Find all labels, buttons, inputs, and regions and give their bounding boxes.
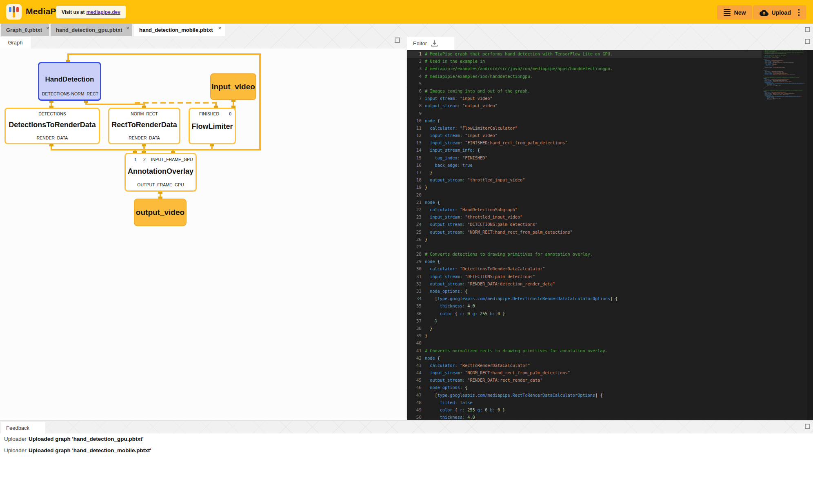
node-title: FlowLimiter — [190, 122, 235, 131]
code-lines[interactable]: 1# MediaPipe graph that performs hand de… — [407, 51, 762, 420]
node-output-video[interactable]: output_video — [134, 199, 187, 226]
feedback-log: Uploader Uploaded graph 'hand_detection_… — [0, 433, 813, 504]
cloud-upload-icon — [760, 9, 769, 16]
download-icon[interactable] — [431, 40, 438, 47]
feedback-message-row: Uploader Uploaded graph 'hand_detection_… — [0, 436, 813, 445]
node-port: 2 — [143, 157, 146, 162]
feedback-source: Uploader — [4, 447, 27, 453]
node-annotation-overlay[interactable]: 1 2 INPUT_FRAME_GPU AnnotationOverlay OU… — [124, 153, 197, 192]
tab-label: hand_detection_mobile.pbtxt — [139, 27, 213, 33]
node-port: RENDER_DATA — [109, 135, 179, 140]
graph-edge — [67, 53, 261, 55]
maximize-feedback-panel-icon[interactable] — [805, 424, 810, 429]
feedback-text: Uploaded graph 'hand_detection_mobile.pb… — [29, 447, 151, 453]
node-port: NORM_RECT — [71, 91, 98, 96]
node-title: input_video — [211, 82, 255, 91]
node-title: DetectionsToRenderData — [6, 121, 99, 129]
upload-button-label: Upload — [772, 9, 791, 16]
graph-edge — [85, 104, 145, 105]
feedback-message-row: Uploader Uploaded graph 'hand_detection_… — [0, 447, 813, 456]
graph-back-edge-dashed — [135, 102, 215, 104]
graph-edge — [259, 53, 261, 150]
node-port: NORM_RECT — [109, 111, 179, 116]
node-port: DETECTIONS — [42, 91, 70, 96]
node-port: INPUT_FRAME_GPU — [151, 157, 193, 162]
close-icon[interactable]: ✕ — [126, 26, 130, 31]
node-port: 1 — [134, 157, 137, 162]
tab-label: Graph_0.pbtxt — [6, 27, 42, 33]
editor-scrollbar[interactable] — [807, 50, 813, 420]
node-title: output_video — [136, 208, 184, 217]
node-port: OUTPUT_FRAME_GPU — [126, 182, 195, 187]
maximize-tabs-row-icon[interactable] — [805, 27, 810, 32]
code-editor[interactable]: 1# MediaPipe graph that performs hand de… — [407, 50, 813, 420]
maximize-editor-panel-icon[interactable] — [805, 39, 810, 44]
node-title: RectToRenderData — [109, 121, 179, 129]
mediapipe-dev-link[interactable]: mediapipe.dev — [86, 9, 120, 15]
feedback-text: Uploaded graph 'hand_detection_gpu.pbtxt… — [29, 436, 144, 442]
tab-hand-detection-gpu-pbtxt[interactable]: hand_detection_gpu.pbtxt ✕ — [51, 24, 132, 36]
node-rect-to-render-data[interactable]: NORM_RECT RectToRenderData RENDER_DATA — [108, 108, 180, 144]
editor-tab-label: Editor — [413, 40, 427, 46]
minimap[interactable]: # MediaPipe graph that performs hand det… — [762, 50, 807, 420]
mediapipe-logo-icon — [6, 4, 22, 20]
tab-label: hand_detection_gpu.pbtxt — [56, 27, 122, 33]
tab-graph-0-pbtxt[interactable]: Graph_0.pbtxt ✕ — [1, 24, 49, 36]
maximize-graph-panel-icon[interactable] — [395, 38, 400, 43]
visit-label: Visit us at — [62, 9, 84, 15]
node-port: 0 — [229, 111, 231, 116]
close-icon[interactable]: ✕ — [46, 26, 49, 31]
new-button[interactable]: New — [717, 5, 752, 20]
node-port: FINISHED — [199, 111, 219, 116]
node-port: RENDER_DATA — [6, 135, 99, 140]
new-list-icon — [724, 8, 731, 17]
node-flow-limiter[interactable]: FINISHED 0 FlowLimiter — [189, 108, 236, 144]
node-title: HandDetection — [39, 75, 100, 84]
node-hand-detection[interactable]: HandDetection DETECTIONS NORM_RECT — [38, 62, 101, 101]
minimap-content: # MediaPipe graph that performs hand det… — [764, 51, 807, 101]
node-detections-to-render-data[interactable]: DETECTIONS DetectionsToRenderData RENDER… — [4, 108, 100, 144]
app-header: MediaPipe Visit us at mediapipe.dev New … — [0, 0, 813, 24]
node-title: AnnotationOverlay — [126, 167, 195, 176]
node-input-video[interactable]: input_video — [210, 73, 256, 100]
feedback-tab-label: Feedback — [6, 425, 29, 431]
graph-panel-tab[interactable]: Graph — [0, 37, 31, 49]
editor-panel-tab[interactable]: Editor — [407, 37, 454, 50]
visit-us-chip: Visit us at mediapipe.dev — [56, 6, 126, 18]
graph-canvas[interactable]: HandDetection DETECTIONS NORM_RECT input… — [0, 49, 406, 420]
feedback-bar — [0, 420, 813, 433]
feedback-source: Uploader — [4, 436, 27, 442]
close-icon[interactable]: ✕ — [218, 26, 222, 31]
more-options-icon[interactable] — [798, 9, 800, 16]
tab-hand-detection-mobile-pbtxt[interactable]: hand_detection_mobile.pbtxt ✕ — [134, 24, 225, 36]
node-port: DETECTIONS — [6, 111, 99, 116]
graph-tab-label: Graph — [8, 40, 22, 46]
feedback-panel-tab[interactable]: Feedback — [1, 422, 45, 433]
upload-button[interactable]: Upload — [753, 5, 806, 20]
new-button-label: New — [734, 9, 746, 16]
graph-edge — [51, 149, 261, 150]
